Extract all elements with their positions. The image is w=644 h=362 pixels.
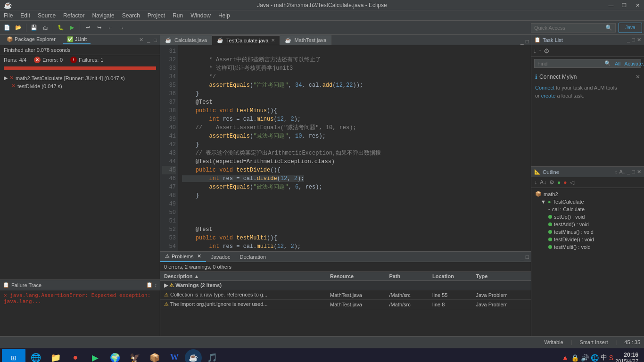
taskbar-eclipse[interactable]: ☕ <box>185 349 202 362</box>
tab-declaration[interactable]: Declaration <box>235 252 271 262</box>
outline-toolbar-2[interactable]: A↓ <box>619 169 625 175</box>
java-perspective-button[interactable]: Java <box>619 23 642 33</box>
system-clock[interactable]: 20:16 2015/4/27 <box>615 352 638 362</box>
menu-window[interactable]: Window <box>187 10 215 21</box>
menu-help[interactable]: Help <box>215 10 234 21</box>
task-icon-2[interactable]: ↑ <box>538 47 542 55</box>
undo-button[interactable]: ↩ <box>83 23 93 33</box>
editor-tab-calculate[interactable]: ☕ Calculate.java <box>160 35 212 45</box>
connect-link[interactable]: Connect <box>535 85 554 90</box>
editor-minimize-icon[interactable]: _ <box>520 38 524 45</box>
col-resource[interactable]: Resource <box>326 272 385 281</box>
outline-tb-2[interactable]: A↓ <box>539 178 547 187</box>
outline-toolbar-1[interactable]: ↕ <box>615 169 618 175</box>
editor-maximize-icon[interactable]: □ <box>526 38 529 45</box>
outline-maximize-icon[interactable]: □ <box>632 169 635 175</box>
back-button[interactable]: ← <box>105 23 116 33</box>
taskbar-app4[interactable]: ▶ <box>86 349 105 362</box>
outline-item-testcalculate[interactable]: ▼ ● TestCalculate <box>533 198 642 206</box>
outline-tb-6[interactable]: ◁ <box>569 178 575 187</box>
outline-item-cal[interactable]: ▪ cal : Calculate <box>533 206 642 213</box>
find-activate-label[interactable]: Activate... <box>624 61 644 66</box>
trace-copy-icon[interactable]: 📋 <box>146 282 153 288</box>
outline-tb-1[interactable]: ↓ <box>533 178 538 187</box>
taskbar-ie[interactable]: 🌐 <box>26 349 45 362</box>
junit-minimize-icon[interactable]: _ <box>147 37 150 43</box>
trace-expand-icon[interactable]: ↕ <box>155 282 157 288</box>
menu-refactor[interactable]: Refactor <box>59 10 88 21</box>
create-link[interactable]: create <box>541 93 556 99</box>
close-button[interactable]: ✕ <box>631 0 644 10</box>
col-description[interactable]: Description ▲ <box>160 272 326 281</box>
outline-minimize-icon[interactable]: _ <box>627 169 630 175</box>
outline-close-icon[interactable]: ✕ <box>637 169 641 175</box>
find-input[interactable] <box>537 61 603 66</box>
tab-javadoc[interactable]: Javadoc <box>206 252 235 262</box>
task-close-icon[interactable]: ✕ <box>637 37 641 43</box>
menu-file[interactable]: File <box>0 10 17 21</box>
new-button[interactable]: 📄 <box>2 23 12 33</box>
task-minimize-icon[interactable]: _ <box>627 37 630 43</box>
minimize-button[interactable]: — <box>604 0 618 10</box>
outline-tb-3[interactable]: ⚙ <box>548 178 555 187</box>
menu-edit[interactable]: Edit <box>17 10 34 21</box>
maximize-button[interactable]: ❐ <box>618 0 631 10</box>
taskbar-app7[interactable]: 📦 <box>145 349 164 362</box>
code-editor[interactable]: * Assert中的那些断言方法还有可以终止了 * 这样可以让考核更善学juni… <box>178 45 531 251</box>
find-box[interactable]: 🔍 All Activate... <box>534 59 641 68</box>
taskbar-explorer[interactable]: 📁 <box>46 349 65 362</box>
junit-maximize-icon[interactable]: □ <box>154 37 157 43</box>
table-row[interactable]: ⚠ The import org.junit.Ignore is never u… <box>160 300 531 309</box>
table-row[interactable]: ⚠ Collection is a raw type. References t… <box>160 290 531 300</box>
taskbar-app6[interactable]: 🦅 <box>125 349 144 362</box>
quick-access-input[interactable] <box>534 25 605 31</box>
outline-tb-5[interactable]: ● <box>562 178 568 187</box>
junit-tab[interactable]: ✅ JUnit <box>63 35 91 44</box>
menu-navigate[interactable]: Navigate <box>88 10 118 21</box>
junit-close-icon[interactable]: ✕ <box>139 37 143 43</box>
task-icon-3[interactable]: ⚙ <box>544 47 550 55</box>
tab-problems[interactable]: ⚠ Problems ✕ <box>160 252 206 262</box>
find-all-label[interactable]: All <box>615 61 620 66</box>
forward-button[interactable]: → <box>116 23 127 33</box>
junit-tree-item-1[interactable]: ✕ testDivide (0.047 s) <box>2 82 158 90</box>
outline-item-math2[interactable]: 📦 math2 <box>533 190 642 198</box>
start-button[interactable]: ⊞ <box>2 349 25 362</box>
outline-item-testminus[interactable]: testMinus() : void <box>533 228 642 236</box>
warnings-group-row[interactable]: ▶ ⚠ Warnings (2 items) <box>160 281 531 290</box>
bottom-maximize-icon[interactable]: □ <box>526 254 529 260</box>
col-location[interactable]: Location <box>429 272 472 281</box>
package-explorer-tab[interactable]: 📦 Package Explorer <box>3 35 59 44</box>
taskbar-app3[interactable]: ● <box>66 349 85 362</box>
outline-tb-4[interactable]: ● <box>556 178 561 187</box>
problems-tab-close[interactable]: ✕ <box>197 253 201 259</box>
outline-item-setup[interactable]: setUp() : void <box>533 213 642 221</box>
redo-button[interactable]: ↪ <box>94 23 104 33</box>
save-button[interactable]: 💾 <box>29 23 39 33</box>
task-icon-1[interactable]: ↓ <box>533 47 537 55</box>
debug-button[interactable]: 🐛 <box>56 23 66 33</box>
taskbar-word[interactable]: W <box>165 349 184 362</box>
junit-tree-item-0[interactable]: ▶ ✕ math2.TestCalculate [Runner: JUnit 4… <box>2 74 158 82</box>
col-type[interactable]: Type <box>472 272 531 281</box>
outline-item-testadd[interactable]: testAdd() : void <box>533 221 642 228</box>
outline-item-testdivide[interactable]: testDivide() : void <box>533 236 642 243</box>
outline-item-testmulti[interactable]: testMulti() : void <box>533 243 642 251</box>
editor-tab-close-2[interactable]: ✕ <box>271 38 275 43</box>
bottom-minimize-icon[interactable]: _ <box>520 254 524 260</box>
menu-project[interactable]: Project <box>144 10 169 21</box>
editor-tab-mathtest[interactable]: ☕ MathTest.java <box>280 35 331 45</box>
connect-mylyn-close[interactable]: ✕ <box>636 74 640 80</box>
col-path[interactable]: Path <box>385 272 429 281</box>
save-all-button[interactable]: 🗂 <box>40 23 50 33</box>
run-button[interactable]: ▶ <box>67 23 77 33</box>
taskbar-app10[interactable]: 🎵 <box>203 349 222 362</box>
menu-source[interactable]: Source <box>34 10 59 21</box>
open-button[interactable]: 📂 <box>13 23 24 33</box>
editor-tab-testcalculate[interactable]: ☕ TestCalculate.java ✕ <box>212 35 280 45</box>
task-maximize-icon[interactable]: □ <box>632 37 635 43</box>
quick-access-box[interactable]: 🔍 <box>531 23 616 33</box>
menu-search[interactable]: Search <box>118 10 144 21</box>
taskbar-chrome[interactable]: 🌍 <box>106 349 124 362</box>
menu-run[interactable]: Run <box>169 10 187 21</box>
